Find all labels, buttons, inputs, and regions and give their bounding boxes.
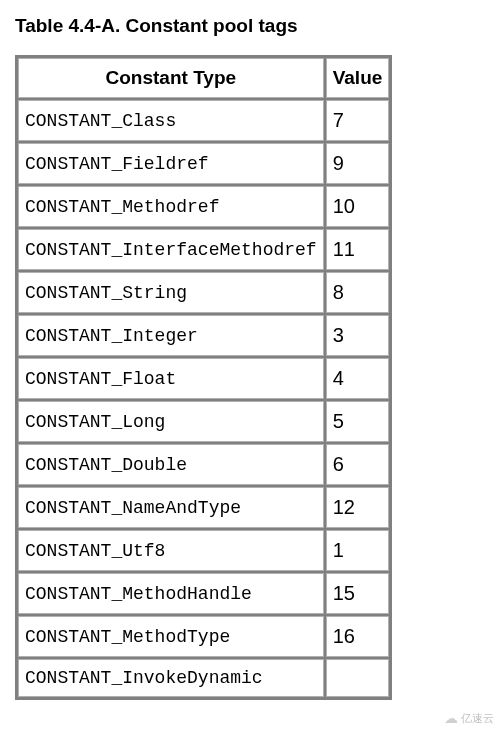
table-row: CONSTANT_String8 bbox=[18, 272, 389, 313]
cell-constant-type: CONSTANT_Double bbox=[18, 444, 324, 485]
cell-constant-type: CONSTANT_Float bbox=[18, 358, 324, 399]
table-row: CONSTANT_Long5 bbox=[18, 401, 389, 442]
table-row: CONSTANT_Double6 bbox=[18, 444, 389, 485]
table-row: CONSTANT_MethodHandle15 bbox=[18, 573, 389, 614]
cell-value: 15 bbox=[326, 573, 390, 614]
watermark-text: 亿速云 bbox=[461, 711, 494, 716]
cloud-icon: ☁ bbox=[444, 710, 458, 715]
table-caption: Table 4.4-A. Constant pool tags bbox=[15, 15, 487, 37]
cell-constant-type: CONSTANT_Methodref bbox=[18, 186, 324, 227]
cell-value bbox=[326, 659, 390, 697]
cell-value: 8 bbox=[326, 272, 390, 313]
cell-constant-type: CONSTANT_Long bbox=[18, 401, 324, 442]
cell-constant-type: CONSTANT_InvokeDynamic bbox=[18, 659, 324, 697]
cell-constant-type: CONSTANT_MethodHandle bbox=[18, 573, 324, 614]
table-header-row: Constant Type Value bbox=[18, 58, 389, 98]
cell-constant-type: CONSTANT_String bbox=[18, 272, 324, 313]
table-row: CONSTANT_Class7 bbox=[18, 100, 389, 141]
header-constant-type: Constant Type bbox=[18, 58, 324, 98]
cell-value: 4 bbox=[326, 358, 390, 399]
cell-constant-type: CONSTANT_InterfaceMethodref bbox=[18, 229, 324, 270]
table-row: CONSTANT_MethodType16 bbox=[18, 616, 389, 657]
cell-value: 7 bbox=[326, 100, 390, 141]
table-row: CONSTANT_Methodref10 bbox=[18, 186, 389, 227]
cell-constant-type: CONSTANT_Class bbox=[18, 100, 324, 141]
header-value: Value bbox=[326, 58, 390, 98]
watermark: ☁ 亿速云 bbox=[444, 710, 494, 715]
constant-pool-table: Constant Type Value CONSTANT_Class7CONST… bbox=[15, 55, 392, 700]
table-row: CONSTANT_Float4 bbox=[18, 358, 389, 399]
table-row: CONSTANT_Integer3 bbox=[18, 315, 389, 356]
cell-value: 5 bbox=[326, 401, 390, 442]
table-row: CONSTANT_NameAndType12 bbox=[18, 487, 389, 528]
cell-value: 10 bbox=[326, 186, 390, 227]
cell-constant-type: CONSTANT_Integer bbox=[18, 315, 324, 356]
table-row: CONSTANT_Utf81 bbox=[18, 530, 389, 571]
cell-value: 1 bbox=[326, 530, 390, 571]
table-row: CONSTANT_Fieldref9 bbox=[18, 143, 389, 184]
cell-constant-type: CONSTANT_Fieldref bbox=[18, 143, 324, 184]
cell-value: 12 bbox=[326, 487, 390, 528]
cell-value: 6 bbox=[326, 444, 390, 485]
cell-constant-type: CONSTANT_Utf8 bbox=[18, 530, 324, 571]
cell-value: 16 bbox=[326, 616, 390, 657]
cell-value: 3 bbox=[326, 315, 390, 356]
cell-constant-type: CONSTANT_MethodType bbox=[18, 616, 324, 657]
table-row: CONSTANT_InterfaceMethodref11 bbox=[18, 229, 389, 270]
table-row: CONSTANT_InvokeDynamic bbox=[18, 659, 389, 697]
cell-value: 11 bbox=[326, 229, 390, 270]
cell-constant-type: CONSTANT_NameAndType bbox=[18, 487, 324, 528]
cell-value: 9 bbox=[326, 143, 390, 184]
